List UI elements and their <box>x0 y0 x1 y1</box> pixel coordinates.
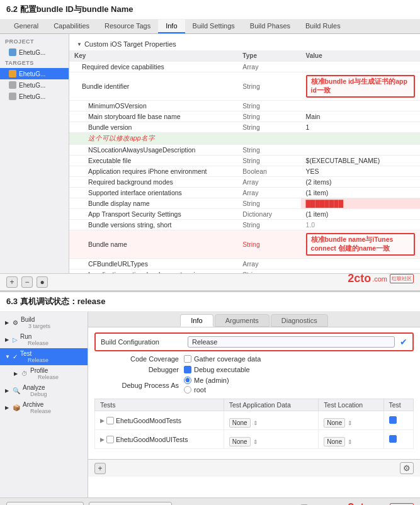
table-row[interactable]: NSLocationAlwaysUsageDescription String <box>69 145 420 156</box>
scheme-item-build[interactable]: ▶ ⚙ Build 3 targets <box>0 314 88 331</box>
prop-type <box>237 133 300 145</box>
scheme-item-run[interactable]: ▶ ▷ Run Release <box>0 331 88 348</box>
prop-key: CFBundleURLTypes <box>69 259 237 270</box>
detail-tab-arguments[interactable]: Arguments <box>215 314 270 327</box>
table-row[interactable]: Bundle versions string, short String 1.0 <box>69 220 420 230</box>
table-row[interactable]: Bundle identifier String 核准bundle id与生成证… <box>69 72 420 101</box>
test-row1-test-checkbox[interactable] <box>389 435 397 443</box>
expand-row1[interactable]: ▶ <box>100 436 105 443</box>
prop-value <box>301 133 420 145</box>
debug-process-label: Debug Process As <box>97 382 179 389</box>
debug-process-radio2[interactable]: root <box>184 386 229 394</box>
tab-build-phases[interactable]: Build Phases <box>242 20 298 33</box>
scheme-item-profile[interactable]: ▶ ⏱ Profile Release <box>0 365 88 382</box>
tab-capabilities[interactable]: Capabilities <box>46 20 97 33</box>
debug-process-radio1[interactable]: Me (admin) <box>184 377 229 384</box>
table-row[interactable]: Application requires iPhone environment … <box>69 166 420 177</box>
radio-me-admin[interactable] <box>184 377 191 384</box>
prop-type: String <box>237 198 300 209</box>
sidebar-project[interactable]: EhetuG... <box>0 47 69 58</box>
prop-key: MinimumOSVersion <box>69 101 237 111</box>
tab-general[interactable]: General <box>6 20 46 33</box>
scheme-item-test[interactable]: ▼ ✓ Test Release <box>0 348 88 365</box>
bundle-id-annotation-text: 核准bundle id与生成证书的app id一致 <box>311 77 410 95</box>
prop-key: Bundle identifier <box>69 72 237 101</box>
scheme-build-icon: ⚙ <box>13 319 18 326</box>
detail-tab-diagnostics[interactable]: Diagnostics <box>271 314 328 327</box>
location-row1-arrows: ⇕ <box>348 439 353 445</box>
prop-value: ████████ <box>301 198 420 209</box>
scheme-profile-icon: ⏱ <box>21 370 28 377</box>
col-header-type: Type <box>237 50 300 62</box>
tab-build-rules[interactable]: Build Rules <box>298 20 348 33</box>
prop-value: (1 item) <box>301 209 420 220</box>
prop-type: String <box>237 111 300 122</box>
watermark-top: 2cto .com 红联社区 <box>348 272 414 285</box>
prop-type: Array <box>237 259 300 270</box>
debug-executable-checkbox[interactable] <box>184 366 191 373</box>
remove-property-button[interactable]: − <box>21 276 33 288</box>
scheme-run-arrow: ▶ <box>5 337 10 343</box>
table-row[interactable]: Bundle version String 1 <box>69 122 420 133</box>
prop-key: Main storyboard file base name <box>69 111 237 122</box>
manage-schemes-button[interactable]: Manage Schemes... <box>89 502 172 506</box>
prop-value: $(EXECUTABLE_NAME) <box>301 156 420 166</box>
table-row[interactable]: Bundle name String 核准bundle name与iTunes … <box>69 230 420 259</box>
test-row1-checkbox[interactable] <box>106 436 114 443</box>
expand-row0[interactable]: ▶ <box>100 417 105 424</box>
table-row[interactable]: MinimumOSVersion String <box>69 101 420 111</box>
prop-type: String <box>237 270 300 274</box>
table-row[interactable]: Required device capabilities Array <box>69 62 420 72</box>
test-row0-test-checkbox[interactable] <box>389 416 397 424</box>
watermark-com-text: .com <box>372 275 387 283</box>
tab-build-settings[interactable]: Build Settings <box>185 20 242 33</box>
tab-resource-tags[interactable]: Resource Tags <box>97 20 158 33</box>
properties-table: Key Type Value Required device capabilit… <box>69 50 420 273</box>
collapse-triangle[interactable]: ▼ <box>77 42 82 47</box>
code-coverage-checkbox[interactable] <box>184 355 191 363</box>
sidebar-target-2[interactable]: EhetuG... <box>0 91 69 102</box>
section-63-title: 6.3 真机调试状态：release <box>0 292 420 312</box>
prop-key: NSLocationAlwaysUsageDescription <box>69 145 237 156</box>
sidebar-target-0[interactable]: EhetuG... <box>0 68 69 79</box>
add-test-button[interactable]: + <box>94 463 106 474</box>
table-row: ▶ EhetuGoodMoodTests None ⇕ <box>95 411 414 430</box>
prop-key: Supported interface orientations <box>69 188 237 198</box>
appdata-row1-arrows: ⇕ <box>253 439 258 445</box>
project-icon <box>9 48 16 56</box>
table-row[interactable]: 这个可以修改app名字 <box>69 133 420 145</box>
test-row-1-appdata: None ⇕ <box>224 430 319 449</box>
radio-root[interactable] <box>184 386 191 394</box>
table-row[interactable]: CFBundleURLTypes Array <box>69 259 420 270</box>
gather-coverage-label: Gather coverage data <box>194 355 261 363</box>
prop-key: Required background modes <box>69 177 237 188</box>
test-col-tests: Tests <box>95 399 224 411</box>
table-row[interactable]: Supported interface orientations Array (… <box>69 188 420 198</box>
prop-type: Dictionary <box>237 209 300 220</box>
scheme-analyze-label: Analyze <box>23 384 47 391</box>
gear-icon[interactable]: ⚙ <box>400 462 414 474</box>
detail-tab-info[interactable]: Info <box>180 314 213 327</box>
scheme-item-archive[interactable]: ▶ 📦 Archive Release <box>0 399 88 416</box>
table-row[interactable]: Executable file String $(EXECUTABLE_NAME… <box>69 156 420 166</box>
add-property-button[interactable]: + <box>6 276 18 288</box>
test-row0-checkbox[interactable] <box>106 417 114 424</box>
sidebar-target-1[interactable]: EhetuG... <box>0 79 69 91</box>
bottom-content-area: ▶ ⚙ Build 3 targets ▶ ▷ Run Release ▼ ✓ <box>0 312 420 497</box>
table-row[interactable]: Main storyboard file base name String Ma… <box>69 111 420 122</box>
scheme-archive-arrow: ▶ <box>5 405 10 411</box>
me-admin-label: Me (admin) <box>194 377 229 384</box>
top-tab-bar: General Capabilities Resource Tags Info … <box>0 20 420 34</box>
duplicate-scheme-button[interactable]: Duplicate Scheme <box>6 502 84 506</box>
scheme-build-arrow: ▶ <box>5 320 10 326</box>
prop-type: Array <box>237 62 300 72</box>
table-row[interactable]: Required background modes Array (2 items… <box>69 177 420 188</box>
scheme-analyze-icon: 🔍 <box>13 387 20 394</box>
table-row[interactable]: Bundle display name String ████████ <box>69 198 420 209</box>
col-header-value: Value <box>301 50 420 62</box>
info-property-button[interactable]: ● <box>37 276 48 288</box>
tab-info[interactable]: Info <box>158 20 184 33</box>
scheme-item-analyze[interactable]: ▶ 🔍 Analyze Debug <box>0 382 88 399</box>
build-config-select[interactable]: Release Debug <box>188 336 395 348</box>
table-row[interactable]: App Transport Security Settings Dictiona… <box>69 209 420 220</box>
